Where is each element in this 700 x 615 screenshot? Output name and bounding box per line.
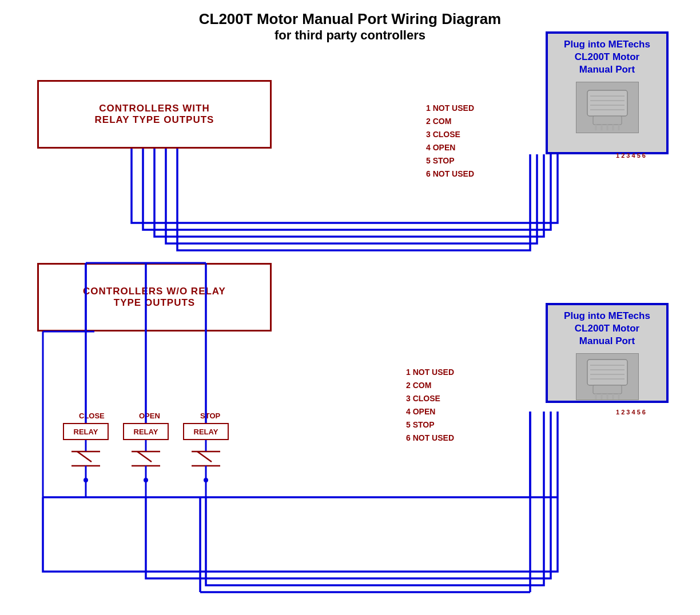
plug-box-bottom: Plug into METechsCL200T MotorManual Port <box>546 303 669 403</box>
svg-point-39 <box>144 478 148 482</box>
relay-close-func: CLOSE <box>79 412 105 420</box>
svg-point-33 <box>83 478 88 482</box>
pin-1-top: 1 NOT USED <box>426 102 474 115</box>
title-line1: CL200T Motor Manual Port Wiring Diagram <box>150 10 550 28</box>
svg-rect-0 <box>587 90 627 116</box>
pin-4-bottom: 4 OPEN <box>406 405 454 418</box>
svg-point-45 <box>204 478 208 482</box>
pin-2-top: 2 COM <box>426 115 474 128</box>
controller-box-bottom: CONTROLLERS W/O RELAYTYPE OUTPUTS <box>37 263 272 332</box>
pin-5-bottom: 5 STOP <box>406 418 454 432</box>
controller-top-label: CONTROLLERS WITHRELAY TYPE OUTPUTS <box>95 103 214 126</box>
svg-rect-12 <box>593 385 622 394</box>
pin-6-bottom: 6 NOT USED <box>406 432 454 445</box>
pin-numbers-bottom: 1 2 3 4 5 6 <box>616 409 646 416</box>
pin-5-top: 5 STOP <box>426 154 474 167</box>
relay-stop-box: RELAY <box>183 423 229 440</box>
main-title: CL200T Motor Manual Port Wiring Diagram … <box>150 10 550 43</box>
relay-close-box: RELAY <box>63 423 109 440</box>
pin-4-top: 4 OPEN <box>426 141 474 154</box>
relay-open-box: RELAY <box>123 423 169 440</box>
plug-bottom-image <box>576 353 639 400</box>
relay-open-func: OPEN <box>139 412 160 420</box>
diagram-container: CL200T Motor Manual Port Wiring Diagram … <box>0 0 700 615</box>
pin-labels-bottom: 1 NOT USED 2 COM 3 CLOSE 4 OPEN 5 STOP 6… <box>406 366 454 445</box>
relay-stop-func: STOP <box>200 412 220 420</box>
relay-close-label: RELAY <box>74 428 98 436</box>
svg-rect-1 <box>593 116 622 125</box>
title-line2: for third party controllers <box>150 28 550 43</box>
controller-box-top: CONTROLLERS WITHRELAY TYPE OUTPUTS <box>37 80 272 149</box>
svg-line-30 <box>77 452 92 462</box>
svg-line-42 <box>197 452 212 462</box>
pin-6-top: 6 NOT USED <box>426 167 474 181</box>
pin-1-bottom: 1 NOT USED <box>406 366 454 379</box>
plug-bottom-label: Plug into METechsCL200T MotorManual Port <box>564 310 650 348</box>
plug-top-label: Plug into METechsCL200T MotorManual Port <box>564 38 650 76</box>
pin-2-bottom: 2 COM <box>406 379 454 392</box>
plug-box-top: Plug into METechsCL200T MotorManual Port <box>546 31 669 154</box>
svg-line-36 <box>137 452 152 462</box>
pin-3-top: 3 CLOSE <box>426 128 474 141</box>
relay-open-label: RELAY <box>134 428 158 436</box>
controller-bottom-label: CONTROLLERS W/O RELAYTYPE OUTPUTS <box>83 286 226 309</box>
svg-rect-11 <box>587 360 627 385</box>
pin-3-bottom: 3 CLOSE <box>406 392 454 405</box>
relay-stop-label: RELAY <box>194 428 218 436</box>
pin-labels-top: 1 NOT USED 2 COM 3 CLOSE 4 OPEN 5 STOP 6… <box>426 102 474 181</box>
plug-top-image <box>576 82 639 133</box>
pin-numbers-top: 1 2 3 4 5 6 <box>616 152 646 159</box>
